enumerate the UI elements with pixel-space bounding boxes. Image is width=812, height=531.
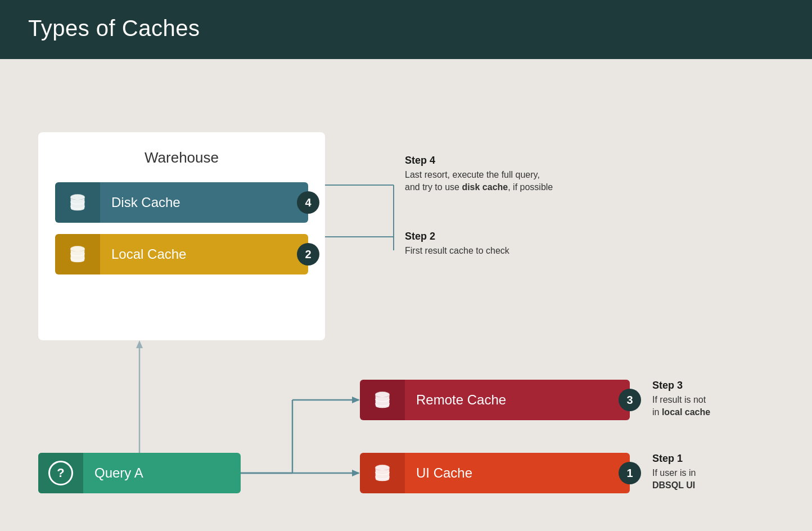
step4-text: Last resort, execute the full query, and…: [405, 169, 553, 194]
step1-label: Step 1 If user is in DBSQL UI: [652, 453, 696, 492]
query-icon: ?: [38, 453, 83, 493]
main-content: Warehouse Disk Cache 4: [0, 59, 812, 531]
step2-text: First result cache to check: [405, 245, 509, 257]
step1-line1: If user is in: [652, 468, 696, 478]
query-box: ? Query A: [38, 453, 241, 493]
ui-cache-label: UI Cache: [405, 453, 630, 493]
query-label: Query A: [83, 465, 143, 481]
step3-bold: local cache: [662, 407, 710, 417]
disk-cache-label: Disk Cache: [100, 182, 308, 223]
local-cache-label: Local Cache: [100, 234, 308, 274]
remote-cache-icon: [360, 380, 405, 420]
local-cache-icon: [55, 234, 100, 274]
step3-line1: If result is not: [652, 395, 706, 404]
ui-cache-icon: [360, 453, 405, 493]
disk-cache-bar: Disk Cache 4: [55, 182, 308, 223]
svg-marker-8: [352, 397, 360, 403]
ui-cache-db-icon: [372, 462, 393, 484]
ui-cache-bar: UI Cache 1: [360, 453, 630, 493]
ui-cache-number: 1: [619, 462, 641, 484]
step4-label: Step 4 Last resort, execute the full que…: [405, 155, 553, 194]
warehouse-label: Warehouse: [55, 149, 308, 166]
step4-text2: and try to use disk cache, if possible: [405, 182, 553, 192]
disk-cache-db-icon: [67, 192, 88, 213]
header: Types of Caches: [0, 0, 812, 59]
local-cache-bar: Local Cache 2: [55, 234, 308, 274]
step3-line2: in local cache: [652, 407, 710, 417]
step1-bold: DBSQL UI: [652, 480, 695, 490]
step2-title: Step 2: [405, 231, 509, 242]
step4-bold: disk cache: [462, 182, 508, 192]
step3-text: If result is not in local cache: [652, 394, 710, 419]
svg-marker-10: [352, 470, 360, 476]
step1-text: If user is in DBSQL UI: [652, 467, 696, 492]
remote-cache-label: Remote Cache: [405, 380, 630, 420]
remote-cache-bar: Remote Cache 3: [360, 380, 630, 420]
svg-marker-4: [136, 340, 143, 348]
step2-label: Step 2 First result cache to check: [405, 231, 509, 257]
warehouse-box: Warehouse Disk Cache 4: [38, 132, 325, 340]
disk-cache-number: 4: [297, 191, 319, 214]
local-cache-db-icon: [67, 244, 88, 265]
remote-cache-number: 3: [619, 389, 641, 411]
step4-title: Step 4: [405, 155, 553, 166]
step3-label: Step 3 If result is not in local cache: [652, 380, 710, 419]
page-title: Types of Caches: [28, 16, 784, 41]
step1-title: Step 1: [652, 453, 696, 465]
remote-cache-db-icon: [372, 389, 393, 411]
disk-cache-icon: [55, 182, 100, 223]
query-question-icon: ?: [48, 461, 73, 485]
local-cache-number: 2: [297, 243, 319, 266]
step3-title: Step 3: [652, 380, 710, 392]
